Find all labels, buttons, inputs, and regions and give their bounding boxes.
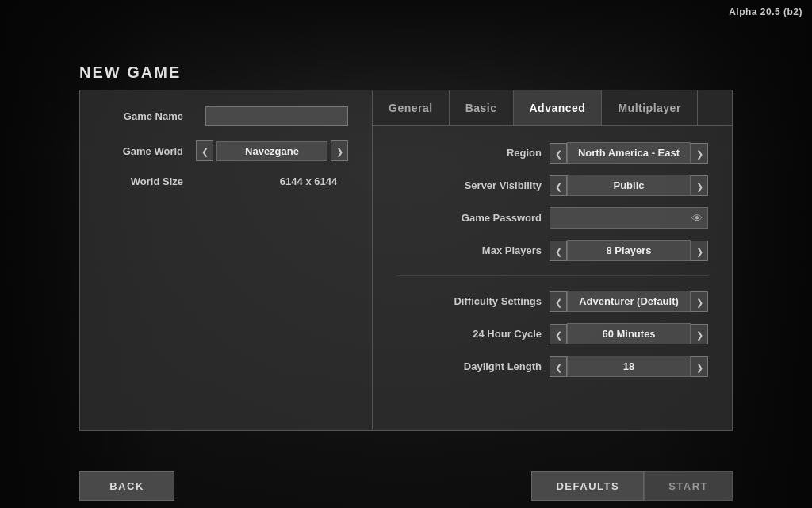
game-password-row: Game Password 👁 [396,207,708,229]
bottom-bar: BACK DEFAULTS START [79,464,733,508]
server-visibility-next-button[interactable] [691,175,708,196]
page-title: NEW GAME [79,64,733,82]
game-password-input[interactable] [550,208,687,228]
region-selector: North America - East [550,142,708,164]
separator [396,275,708,276]
version-label: Alpha 20.5 (b2) [729,6,802,17]
world-size-label: World Size [104,175,183,187]
world-size-value: 6144 x 6144 [269,175,348,187]
mp-chevron-right-icon [696,244,703,257]
settings-group-1: Region North America - East Ser [396,142,708,261]
game-world-next-button[interactable] [331,140,348,161]
mp-chevron-left-icon [555,244,562,257]
hour-cycle-value: 60 Minutes [567,323,691,344]
server-visibility-label: Server Visibility [431,179,542,191]
daylight-label: Daylight Length [431,360,542,372]
defaults-button[interactable]: DEFAULTS [531,471,644,501]
hour-cycle-prev-button[interactable] [550,324,567,344]
hour-cycle-selector: 60 Minutes [550,323,708,344]
hour-cycle-label: 24 Hour Cycle [431,328,542,340]
diff-chevron-right-icon [696,295,703,308]
world-size-row: World Size 6144 x 6144 [104,175,348,187]
hc-chevron-left-icon [555,328,562,341]
difficulty-prev-button[interactable] [550,291,567,312]
region-row: Region North America - East [396,142,708,164]
dl-chevron-right-icon [696,360,703,373]
max-players-value: 8 Players [567,240,691,261]
region-chevron-right-icon [696,147,703,160]
game-world-label: Game World [104,145,183,157]
bottom-left: BACK [79,471,531,501]
chevron-right-icon [336,144,343,157]
region-label: Region [431,147,542,159]
panels-wrapper: Game Name Game World Navezgane World Siz… [79,90,733,431]
hc-chevron-right-icon [696,328,703,341]
game-name-input[interactable] [205,106,348,126]
daylight-value: 18 [567,356,691,377]
diff-chevron-left-icon [555,295,562,308]
server-visibility-row: Server Visibility Public [396,175,708,196]
max-players-next-button[interactable] [691,241,708,261]
region-chevron-left-icon [555,147,562,160]
tab-general[interactable]: General [373,90,450,125]
password-input-wrapper: 👁 [550,207,708,229]
tab-content: Region North America - East Ser [373,126,732,393]
hour-cycle-next-button[interactable] [691,324,708,344]
difficulty-selector: Adventurer (Default) [550,291,708,312]
server-visibility-value: Public [567,175,691,196]
max-players-label: Max Players [431,244,542,256]
game-world-row: Game World Navezgane [104,140,348,161]
daylight-next-button[interactable] [691,356,708,377]
game-name-row: Game Name [104,106,348,126]
bottom-right: DEFAULTS START [531,471,733,501]
difficulty-value: Adventurer (Default) [567,291,691,312]
max-players-prev-button[interactable] [550,241,567,261]
game-name-label: Game Name [104,110,183,122]
eye-icon[interactable]: 👁 [687,209,707,228]
tabs-bar: General Basic Advanced Multiplayer [373,90,732,126]
max-players-selector: 8 Players [550,240,708,261]
right-panel: General Basic Advanced Multiplayer Regio… [373,90,733,431]
game-world-selector: Navezgane [196,140,348,161]
daylight-row: Daylight Length 18 [396,356,708,377]
sv-chevron-left-icon [555,179,562,192]
game-world-prev-button[interactable] [196,140,213,161]
server-visibility-selector: Public [550,175,708,196]
server-visibility-prev-button[interactable] [550,175,567,196]
region-prev-button[interactable] [550,143,567,164]
main-container: NEW GAME Game Name Game World Navezgane [79,64,733,460]
difficulty-label: Difficulty Settings [431,295,542,307]
dl-chevron-left-icon [555,360,562,373]
difficulty-row: Difficulty Settings Adventurer (Default) [396,291,708,312]
left-panel: Game Name Game World Navezgane World Siz… [79,90,373,431]
daylight-prev-button[interactable] [550,356,567,377]
tab-advanced[interactable]: Advanced [514,90,603,125]
game-password-label: Game Password [431,212,542,224]
chevron-left-icon [201,144,209,157]
game-world-value: Navezgane [216,141,327,161]
start-button[interactable]: START [644,471,733,501]
daylight-selector: 18 [550,356,708,377]
difficulty-next-button[interactable] [691,291,708,312]
region-value: North America - East [567,142,691,164]
max-players-row: Max Players 8 Players [396,240,708,261]
settings-group-2: Difficulty Settings Adventurer (Default) [396,291,708,377]
sv-chevron-right-icon [696,179,703,192]
hour-cycle-row: 24 Hour Cycle 60 Minutes [396,323,708,344]
back-button[interactable]: BACK [79,471,174,501]
tab-multiplayer[interactable]: Multiplayer [602,90,697,125]
region-next-button[interactable] [691,143,708,164]
tab-basic[interactable]: Basic [450,90,514,125]
